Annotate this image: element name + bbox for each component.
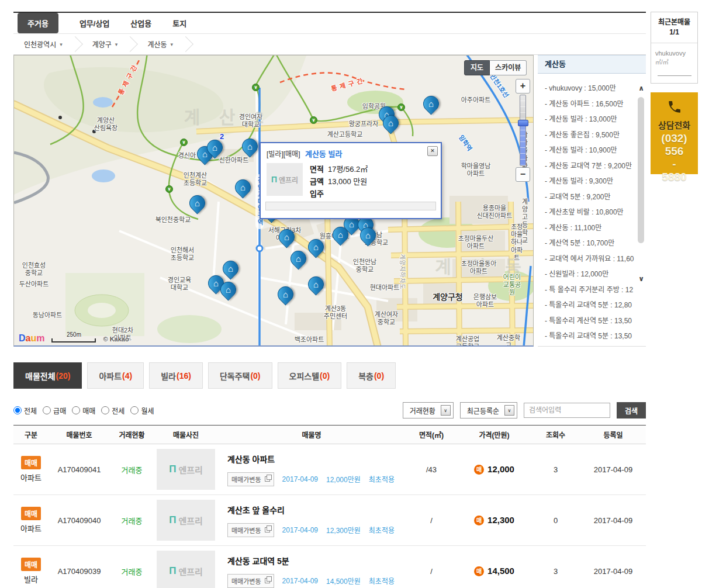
listing-type: 매매아파트	[13, 456, 49, 483]
deal-status-select[interactable]: 거래현황 ∨	[403, 402, 454, 418]
listing-title[interactable]: 계산초 앞 올수리	[227, 504, 405, 516]
property-marker[interactable]: ⌂	[242, 139, 257, 157]
region-listing-item[interactable]: - 계산동 빌라 : 9,300만	[538, 174, 646, 189]
recent-viewed-item[interactable]: vhukuvovy	[651, 43, 697, 57]
listing-photo[interactable]: Π엔프리	[154, 500, 218, 541]
price-change-button[interactable]: 매매가변동	[227, 523, 274, 537]
breadcrumb-item-2[interactable]: 계양구▾	[89, 39, 124, 49]
column-header: 가격(만원)	[458, 430, 531, 440]
map-canvas[interactable]: 통제구간통제구간계양산 산림욕장계 산 2경인여자 대학교임학공원한성아파트아주…	[13, 55, 534, 347]
property-marker[interactable]: ⌂	[278, 286, 293, 305]
filter-radio-5[interactable]: 월세	[130, 406, 154, 416]
listing-row[interactable]: 매매아파트A170409041거래중Π엔프리계산동 아파트매매가변동2017-0…	[13, 444, 646, 495]
region-listing-item[interactable]: - 계산동 빌라 : 13,000만	[538, 112, 646, 127]
property-marker[interactable]: ⌂	[235, 179, 250, 198]
region-listing-item[interactable]: - 계산초앞 비랄 : 10,800만	[538, 205, 646, 220]
listing-date-link[interactable]: 2017-04-09	[282, 577, 318, 585]
filter-radio-2[interactable]: 급매	[43, 406, 66, 416]
popup-window-icon	[265, 527, 270, 532]
first-applied-link[interactable]: 최초적용	[369, 474, 395, 484]
listing-tab-6[interactable]: 복층(0)	[347, 362, 396, 389]
listing-title[interactable]: 계산동 아파트	[227, 453, 405, 465]
skyview-button[interactable]: 스카이뷰	[490, 60, 527, 75]
property-marker[interactable]: ⌂	[189, 195, 205, 213]
listing-photo[interactable]: Π엔프리	[154, 551, 218, 588]
map-label: 인천안남 중학교	[353, 258, 376, 274]
price-change-button[interactable]: 매매가변동	[227, 574, 274, 588]
property-marker[interactable]: ⌂	[308, 239, 323, 257]
region-listing-item[interactable]: - 계산역 5분 : 10,700만	[538, 236, 646, 251]
sort-order-select[interactable]: 최근등록순 ∨	[460, 402, 517, 418]
listing-row[interactable]: 매매아파트A170409040거래중Π엔프리계산초 앞 올수리매매가변동2017…	[13, 495, 646, 546]
chevron-down-icon: ∨	[504, 405, 514, 416]
region-listing-item[interactable]: - 교대역 에서 가까워요 : 11,60	[538, 251, 646, 267]
region-listing-item[interactable]: - 계산동 교대역 7분 : 9,200만	[538, 158, 646, 174]
region-listing-item[interactable]: - 특 올수리 주거분리 주방 : 12	[538, 282, 646, 298]
listing-tab-2[interactable]: 아파트(4)	[87, 362, 144, 389]
listing-status: 거래중	[110, 566, 154, 577]
map-view-button[interactable]: 지도	[464, 60, 490, 75]
region-listing-item[interactable]: - 특올수리 교대역 5분 : 13,50	[538, 328, 646, 344]
house-icon: ⌂	[195, 199, 200, 207]
region-listing-item[interactable]: - 계산동 : 11,100만	[538, 220, 646, 236]
top-tab-4[interactable]: 토지	[172, 18, 186, 29]
listing-title[interactable]: 계산동 교대역 5분	[227, 555, 405, 566]
listing-tab-4[interactable]: 단독주택(0)	[208, 362, 272, 389]
zoom-slider[interactable]	[520, 95, 526, 166]
zoom-in-button[interactable]: +	[516, 79, 530, 94]
listing-tab-3[interactable]: 빌라(16)	[149, 362, 203, 389]
listing-price-link[interactable]: 12,000만원	[326, 474, 361, 484]
listing-row[interactable]: 매매빌라A170409039거래중Π엔프리계산동 교대역 5분매매가변동2017…	[13, 546, 646, 588]
popup-title-link[interactable]: 계산동 빌라	[305, 150, 342, 158]
search-button[interactable]: 검색	[617, 402, 646, 418]
zoom-slider-handle[interactable]	[518, 120, 528, 126]
property-marker[interactable]: ⌂	[223, 261, 238, 279]
property-marker[interactable]: ⌂	[308, 276, 323, 295]
property-marker[interactable]: ⌂	[360, 227, 375, 245]
zoom-out-button[interactable]: −	[516, 167, 530, 182]
price-change-button[interactable]: 매매가변동	[227, 472, 274, 486]
breadcrumb-item-1[interactable]: 인천광역시▾	[20, 39, 68, 49]
deal-type-radios: 전체급매매매전세월세	[13, 406, 160, 416]
trail-waypoint-icon: ∨	[397, 103, 405, 111]
listing-id: A170409041	[49, 465, 110, 474]
breadcrumb-item-3[interactable]: 계산동▾	[144, 39, 179, 49]
listing-price-link[interactable]: 14,500만원	[326, 576, 361, 586]
phone-number: (032) 556 - 5880	[651, 132, 698, 184]
region-listing-item[interactable]: - 계산동 아파트 : 16,500만	[538, 96, 646, 112]
search-input[interactable]	[524, 403, 610, 418]
listing-photo[interactable]: Π엔프리	[154, 449, 218, 490]
close-icon[interactable]: ✕	[427, 146, 438, 156]
property-marker[interactable]: ⌂	[220, 282, 236, 300]
listing-price-link[interactable]: 12,300만원	[326, 525, 361, 535]
top-tab-2[interactable]: 업무/상업	[79, 18, 109, 29]
listing-date-link[interactable]: 2017-04-09	[282, 526, 318, 534]
scrollbar-handle[interactable]	[638, 97, 644, 243]
filter-radio-3[interactable]: 매매	[72, 406, 95, 416]
scroll-up-icon[interactable]: ∧	[638, 84, 644, 92]
filter-radio-1[interactable]: 전체	[13, 406, 37, 416]
house-icon: ⌂	[283, 290, 288, 299]
listing-tab-1[interactable]: 매물전체(20)	[13, 362, 82, 389]
listing-tab-5[interactable]: 오피스텔(0)	[278, 362, 342, 389]
first-applied-link[interactable]: 최초적용	[369, 525, 395, 535]
scroll-down-icon[interactable]: ∨	[638, 275, 644, 283]
region-listing-item[interactable]: - 특올수리 교대역 5분 : 12,80	[538, 298, 646, 313]
property-marker[interactable]: ⌂	[291, 251, 306, 269]
property-marker[interactable]: ⌂2	[207, 140, 222, 158]
listing-date-link[interactable]: 2017-04-09	[282, 475, 318, 483]
property-marker[interactable]: ⌂	[423, 96, 438, 114]
first-applied-link[interactable]: 최초적용	[369, 576, 395, 586]
top-tab-3[interactable]: 산업용	[130, 18, 151, 29]
region-listing-item[interactable]: - 계산동 빌라 : 10,900만	[538, 143, 646, 158]
popup-scrollbar[interactable]	[265, 202, 436, 210]
region-listing-item[interactable]: - 교대역 5분 : 9,200만	[538, 189, 646, 205]
property-marker[interactable]: ⌂	[279, 229, 294, 247]
region-listing-item[interactable]: - 신원빌라 : 12,000만	[538, 267, 646, 282]
top-tab-1[interactable]: 주거용	[18, 13, 58, 33]
region-listing-item[interactable]: - 계산동 좋은집 : 9,500만	[538, 127, 646, 143]
filter-radio-4[interactable]: 전세	[101, 406, 125, 416]
property-marker[interactable]: ⌂	[383, 115, 398, 133]
region-listing-item[interactable]: - 특올수리 계산역 5분 : 13,50	[538, 313, 646, 329]
region-listing-item[interactable]: - vhukuvovy : 15,000만	[538, 81, 646, 96]
